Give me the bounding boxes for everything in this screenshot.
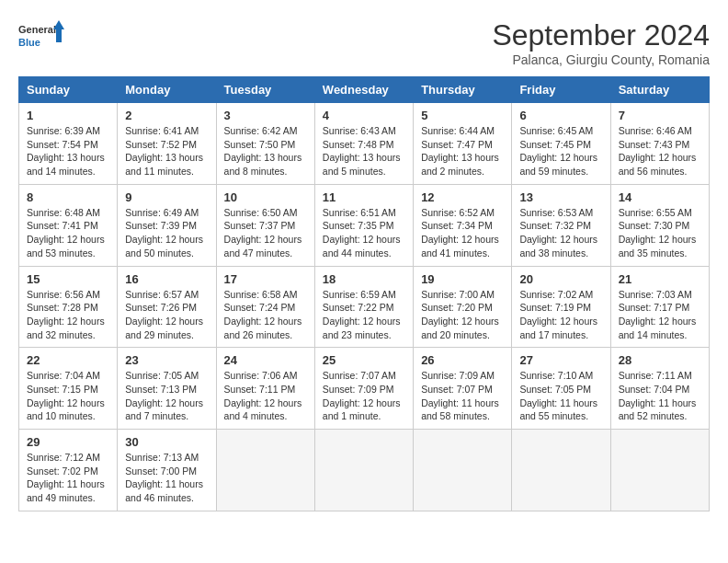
- day-info: Sunrise: 6:45 AM Sunset: 7:45 PM Dayligh…: [519, 124, 602, 178]
- day-info: Sunrise: 6:50 AM Sunset: 7:37 PM Dayligh…: [224, 206, 307, 260]
- day-number: 2: [125, 109, 208, 122]
- day-number: 25: [323, 353, 405, 367]
- calendar-cell: 16Sunrise: 6:57 AM Sunset: 7:26 PM Dayli…: [118, 266, 216, 348]
- day-info: Sunrise: 7:06 AM Sunset: 7:11 PM Dayligh…: [224, 369, 307, 423]
- calendar-cell: [414, 430, 512, 511]
- calendar-cell: [216, 430, 314, 511]
- weekday-header-tuesday: Tuesday: [216, 77, 314, 103]
- day-number: 8: [27, 190, 109, 204]
- calendar-cell: 13Sunrise: 6:53 AM Sunset: 7:32 PM Dayli…: [512, 184, 610, 266]
- day-info: Sunrise: 6:39 AM Sunset: 7:54 PM Dayligh…: [27, 124, 109, 178]
- day-info: Sunrise: 7:07 AM Sunset: 7:09 PM Dayligh…: [323, 369, 405, 423]
- calendar-cell: 10Sunrise: 6:50 AM Sunset: 7:37 PM Dayli…: [216, 184, 314, 266]
- day-info: Sunrise: 6:59 AM Sunset: 7:22 PM Dayligh…: [323, 288, 405, 342]
- day-number: 6: [519, 109, 602, 122]
- title-block: September 2024 Palanca, Giurgiu County, …: [492, 18, 710, 67]
- month-title: September 2024: [492, 18, 710, 52]
- calendar-cell: 25Sunrise: 7:07 AM Sunset: 7:09 PM Dayli…: [314, 348, 413, 430]
- calendar-cell: 4Sunrise: 6:43 AM Sunset: 7:48 PM Daylig…: [314, 103, 413, 185]
- day-info: Sunrise: 6:51 AM Sunset: 7:35 PM Dayligh…: [323, 206, 405, 260]
- calendar-cell: 21Sunrise: 7:03 AM Sunset: 7:17 PM Dayli…: [610, 266, 709, 348]
- calendar-cell: 14Sunrise: 6:55 AM Sunset: 7:30 PM Dayli…: [610, 184, 709, 266]
- day-number: 28: [619, 353, 701, 367]
- day-info: Sunrise: 7:00 AM Sunset: 7:20 PM Dayligh…: [421, 288, 504, 342]
- svg-text:General: General: [18, 24, 56, 35]
- day-info: Sunrise: 6:57 AM Sunset: 7:26 PM Dayligh…: [125, 288, 208, 342]
- day-number: 1: [27, 109, 109, 122]
- day-info: Sunrise: 7:10 AM Sunset: 7:05 PM Dayligh…: [519, 369, 602, 423]
- weekday-header-sunday: Sunday: [19, 77, 118, 103]
- calendar-cell: 23Sunrise: 7:05 AM Sunset: 7:13 PM Dayli…: [118, 348, 216, 430]
- day-number: 27: [519, 353, 602, 367]
- calendar-cell: 26Sunrise: 7:09 AM Sunset: 7:07 PM Dayli…: [414, 348, 512, 430]
- logo-svg: General Blue: [18, 18, 64, 55]
- day-info: Sunrise: 6:42 AM Sunset: 7:50 PM Dayligh…: [224, 124, 307, 178]
- weekday-header-friday: Friday: [512, 77, 610, 103]
- day-number: 9: [125, 190, 208, 204]
- calendar-cell: 11Sunrise: 6:51 AM Sunset: 7:35 PM Dayli…: [314, 184, 413, 266]
- calendar-cell: 30Sunrise: 7:13 AM Sunset: 7:00 PM Dayli…: [118, 430, 216, 511]
- calendar-cell: 5Sunrise: 6:44 AM Sunset: 7:47 PM Daylig…: [414, 103, 512, 185]
- calendar-cell: 9Sunrise: 6:49 AM Sunset: 7:39 PM Daylig…: [118, 184, 216, 266]
- day-info: Sunrise: 6:46 AM Sunset: 7:43 PM Dayligh…: [619, 124, 701, 178]
- day-number: 21: [619, 272, 701, 286]
- day-number: 4: [323, 109, 405, 122]
- day-number: 15: [27, 272, 109, 286]
- calendar-cell: [314, 430, 413, 511]
- day-number: 18: [323, 272, 405, 286]
- day-number: 16: [125, 272, 208, 286]
- calendar-table: SundayMondayTuesdayWednesdayThursdayFrid…: [18, 76, 710, 511]
- calendar-cell: 24Sunrise: 7:06 AM Sunset: 7:11 PM Dayli…: [216, 348, 314, 430]
- calendar-cell: 3Sunrise: 6:42 AM Sunset: 7:50 PM Daylig…: [216, 103, 314, 185]
- day-number: 10: [224, 190, 307, 204]
- calendar-cell: 2Sunrise: 6:41 AM Sunset: 7:52 PM Daylig…: [118, 103, 216, 185]
- day-info: Sunrise: 6:56 AM Sunset: 7:28 PM Dayligh…: [27, 288, 109, 342]
- calendar-cell: 1Sunrise: 6:39 AM Sunset: 7:54 PM Daylig…: [19, 103, 118, 185]
- day-info: Sunrise: 7:03 AM Sunset: 7:17 PM Dayligh…: [619, 288, 701, 342]
- day-number: 14: [619, 190, 701, 204]
- day-number: 23: [125, 353, 208, 367]
- weekday-header-saturday: Saturday: [610, 77, 709, 103]
- calendar-cell: 19Sunrise: 7:00 AM Sunset: 7:20 PM Dayli…: [414, 266, 512, 348]
- day-info: Sunrise: 7:02 AM Sunset: 7:19 PM Dayligh…: [519, 288, 602, 342]
- calendar-cell: 12Sunrise: 6:52 AM Sunset: 7:34 PM Dayli…: [414, 184, 512, 266]
- day-number: 22: [27, 353, 109, 367]
- day-info: Sunrise: 6:53 AM Sunset: 7:32 PM Dayligh…: [519, 206, 602, 260]
- day-info: Sunrise: 6:41 AM Sunset: 7:52 PM Dayligh…: [125, 124, 208, 178]
- day-number: 24: [224, 353, 307, 367]
- day-number: 19: [421, 272, 504, 286]
- calendar-cell: 15Sunrise: 6:56 AM Sunset: 7:28 PM Dayli…: [19, 266, 118, 348]
- day-number: 20: [519, 272, 602, 286]
- day-info: Sunrise: 6:55 AM Sunset: 7:30 PM Dayligh…: [619, 206, 701, 260]
- day-number: 29: [27, 435, 109, 449]
- day-info: Sunrise: 7:04 AM Sunset: 7:15 PM Dayligh…: [27, 369, 109, 423]
- weekday-header-wednesday: Wednesday: [314, 77, 413, 103]
- day-info: Sunrise: 6:58 AM Sunset: 7:24 PM Dayligh…: [224, 288, 307, 342]
- day-number: 12: [421, 190, 504, 204]
- day-info: Sunrise: 7:09 AM Sunset: 7:07 PM Dayligh…: [421, 369, 504, 423]
- day-info: Sunrise: 7:13 AM Sunset: 7:00 PM Dayligh…: [125, 451, 208, 505]
- calendar-cell: [610, 430, 709, 511]
- day-info: Sunrise: 6:48 AM Sunset: 7:41 PM Dayligh…: [27, 206, 109, 260]
- day-info: Sunrise: 6:49 AM Sunset: 7:39 PM Dayligh…: [125, 206, 208, 260]
- calendar-cell: 27Sunrise: 7:10 AM Sunset: 7:05 PM Dayli…: [512, 348, 610, 430]
- svg-text:Blue: Blue: [18, 37, 40, 48]
- calendar-cell: 17Sunrise: 6:58 AM Sunset: 7:24 PM Dayli…: [216, 266, 314, 348]
- day-number: 30: [125, 435, 208, 449]
- calendar-cell: [512, 430, 610, 511]
- day-info: Sunrise: 6:43 AM Sunset: 7:48 PM Dayligh…: [323, 124, 405, 178]
- calendar-cell: 28Sunrise: 7:11 AM Sunset: 7:04 PM Dayli…: [610, 348, 709, 430]
- weekday-header-thursday: Thursday: [414, 77, 512, 103]
- calendar-cell: 18Sunrise: 6:59 AM Sunset: 7:22 PM Dayli…: [314, 266, 413, 348]
- calendar-cell: 8Sunrise: 6:48 AM Sunset: 7:41 PM Daylig…: [19, 184, 118, 266]
- calendar-cell: 20Sunrise: 7:02 AM Sunset: 7:19 PM Dayli…: [512, 266, 610, 348]
- calendar-cell: 29Sunrise: 7:12 AM Sunset: 7:02 PM Dayli…: [19, 430, 118, 511]
- day-info: Sunrise: 7:12 AM Sunset: 7:02 PM Dayligh…: [27, 451, 109, 505]
- day-number: 5: [421, 109, 504, 122]
- calendar-cell: 22Sunrise: 7:04 AM Sunset: 7:15 PM Dayli…: [19, 348, 118, 430]
- day-number: 7: [619, 109, 701, 122]
- day-info: Sunrise: 6:44 AM Sunset: 7:47 PM Dayligh…: [421, 124, 504, 178]
- day-number: 26: [421, 353, 504, 367]
- day-number: 17: [224, 272, 307, 286]
- logo: General Blue: [18, 18, 64, 55]
